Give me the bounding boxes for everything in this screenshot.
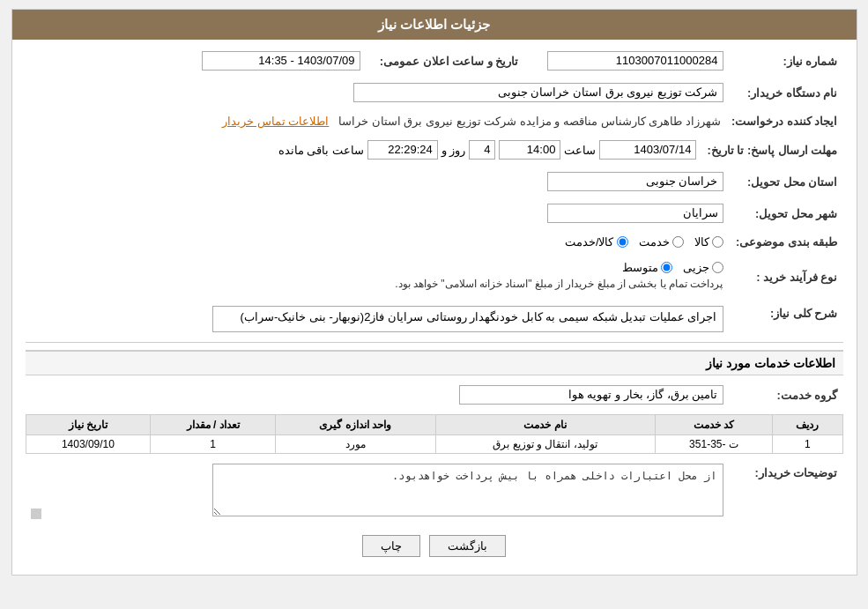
need-description-label: شرح کلی نیاز: (729, 303, 843, 335)
purchase-type-table: نوع فرآیند خرید : جزیی متوسط پرداخت تمام… (26, 258, 843, 296)
service-group-box: تامین برق، گاز، بخار و تهویه هوا (459, 385, 723, 405)
category-label-kala: کالا (694, 235, 709, 249)
page-container: جزئیات اطلاعات نیاز شماره نیاز: 11030070… (11, 9, 857, 576)
city-label: شهر محل تحویل: (729, 201, 843, 226)
service-group-table: گروه خدمت: تامین برق، گاز، بخار و تهویه … (26, 382, 843, 407)
creator-table: ایجاد کننده درخواست: شهرزاد طاهری کارشنا… (26, 112, 843, 130)
back-button[interactable]: بازگشت (429, 535, 506, 557)
resize-handle (31, 509, 41, 519)
city-box: سرایان (547, 204, 723, 223)
category-label-both: کالا/خدمت (565, 235, 614, 249)
deadline-time-box: 14:00 (499, 140, 560, 160)
table-cell: 1403/09/10 (26, 435, 151, 454)
header-info-table: شماره نیاز: 1103007011000284 تاریخ و ساع… (26, 48, 843, 73)
category-label-khedmat: خدمت (639, 235, 670, 249)
city-table: شهر محل تحویل: سرایان (26, 201, 843, 226)
col-header-date: تاریخ نیاز (26, 415, 151, 435)
category-radio-kala[interactable] (712, 236, 723, 248)
need-description-box: اجرای عملیات تبدیل شبکه سیمی به کابل خود… (212, 306, 723, 332)
purchase-note: پرداخت تمام یا بخشی از مبلغ خریدار از مب… (31, 274, 723, 293)
need-number-value: 1103007011000284 (542, 48, 729, 73)
category-option-both[interactable]: کالا/خدمت (565, 235, 628, 249)
days-label-static: روز و (441, 144, 466, 157)
buyer-org-table: نام دستگاه خریدار: شرکت توزیع نیروی برق … (26, 80, 843, 105)
province-table: استان محل تحویل: خراسان جنوبی (26, 169, 843, 194)
purchase-type-radio-group: جزیی متوسط (31, 261, 723, 274)
col-header-service-name: نام خدمت (435, 415, 655, 435)
purchase-option-jozyi[interactable]: جزیی (683, 261, 723, 274)
deadline-days-box: 4 (469, 140, 495, 160)
table-cell: تولید، انتقال و توزیع برق (435, 435, 655, 454)
announce-date-value: 1403/07/09 - 14:35 (26, 48, 366, 73)
service-group-label: گروه خدمت: (729, 382, 843, 407)
divider-1 (26, 342, 843, 343)
services-section-title: اطلاعات خدمات مورد نیاز (26, 350, 843, 375)
purchase-label-jozyi: جزیی (683, 261, 709, 274)
buyer-notes-textarea[interactable] (212, 464, 723, 516)
deadline-label: مهلت ارسال پاسخ: تا تاریخ: (701, 137, 842, 162)
category-radio-group: کالا خدمت کالا/خدمت (31, 235, 723, 249)
creator-name: شهرزاد طاهری کارشناس مناقصه و مزایده شرک… (338, 115, 721, 128)
need-number-box: 1103007011000284 (547, 51, 723, 71)
category-radio-khedmat[interactable] (672, 236, 684, 248)
province-label: استان محل تحویل: (729, 169, 843, 194)
announce-date-box: 1403/07/09 - 14:35 (202, 51, 360, 71)
page-title: جزئیات اطلاعات نیاز (378, 17, 490, 32)
category-option-kala[interactable]: کالا (694, 235, 723, 249)
print-button[interactable]: چاپ (362, 535, 420, 557)
buyer-notes-label: توضیحات خریدار: (729, 461, 843, 522)
time-label-static: ساعت (564, 144, 596, 157)
purchase-option-motavasset[interactable]: متوسط (622, 261, 672, 274)
need-description-table: شرح کلی نیاز: اجرای عملیات تبدیل شبکه سی… (26, 303, 843, 335)
category-label: طبقه بندی موضوعی: (729, 233, 843, 251)
buyer-org-box: شرکت توزیع نیروی برق استان خراسان جنوبی (353, 83, 723, 102)
page-header: جزئیات اطلاعات نیاز (12, 10, 857, 40)
category-table: طبقه بندی موضوعی: کالا خدمت (26, 233, 843, 251)
content-area: شماره نیاز: 1103007011000284 تاریخ و ساع… (12, 40, 857, 575)
table-row: 1ت -35-351تولید، انتقال و توزیع برقمورد1… (26, 435, 842, 454)
col-header-quantity: تعداد / مقدار (151, 415, 276, 435)
col-header-service-code: کد خدمت (655, 415, 773, 435)
creator-contact-link[interactable]: اطلاعات تماس خریدار (222, 115, 329, 128)
purchase-radio-jozyi[interactable] (712, 262, 723, 273)
services-table: ردیف کد خدمت نام خدمت واحد اندازه گیری ت… (26, 414, 843, 454)
col-header-row: ردیف (773, 415, 842, 435)
table-cell: 1 (773, 435, 842, 454)
category-radio-both[interactable] (617, 236, 628, 248)
purchase-radio-motavasset[interactable] (661, 262, 672, 273)
table-cell: مورد (276, 435, 436, 454)
deadline-remaining-box: 22:29:24 (367, 140, 438, 160)
purchase-type-label: نوع فرآیند خرید : (729, 258, 843, 296)
need-number-label: شماره نیاز: (729, 48, 843, 73)
category-option-khedmat[interactable]: خدمت (639, 235, 684, 249)
deadline-table: مهلت ارسال پاسخ: تا تاریخ: 1403/07/14 سا… (26, 137, 843, 162)
province-box: خراسان جنوبی (547, 172, 723, 191)
buyer-notes-table: توضیحات خریدار: (26, 461, 843, 522)
buyer-notes-wrapper (31, 464, 723, 519)
table-cell: ت -35-351 (655, 435, 773, 454)
announce-date-label: تاریخ و ساعت اعلان عمومی: (366, 48, 524, 73)
col-header-unit: واحد اندازه گیری (276, 415, 436, 435)
creator-label: ایجاد کننده درخواست: (726, 112, 843, 130)
remaining-suffix: ساعت باقی مانده (278, 144, 364, 157)
deadline-row: 1403/07/14 ساعت 14:00 4 روز و 22:29:24 س… (31, 140, 697, 160)
deadline-date-box: 1403/07/14 (599, 140, 696, 160)
buyer-org-label: نام دستگاه خریدار: (729, 80, 843, 105)
table-cell: 1 (151, 435, 276, 454)
buttons-row: بازگشت چاپ (26, 535, 843, 557)
purchase-label-motavasset: متوسط (622, 261, 658, 274)
